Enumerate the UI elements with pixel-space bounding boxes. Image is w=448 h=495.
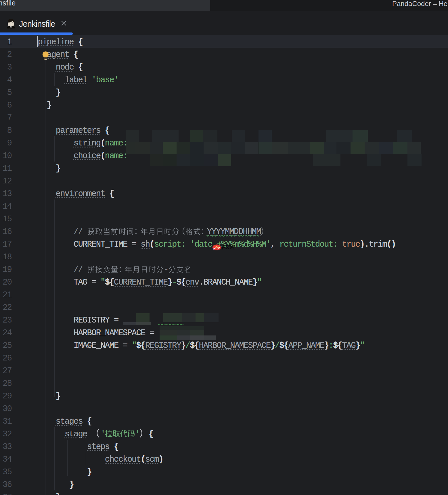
svg-text:php: php [213, 245, 220, 250]
